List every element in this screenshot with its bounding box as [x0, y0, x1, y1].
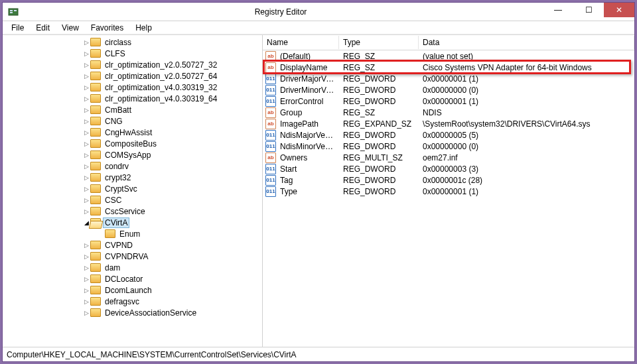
registry-value-row[interactable]: 011ErrorControlREG_DWORD0x00000001 (1) — [263, 95, 634, 107]
registry-value-row[interactable]: 011StartREG_DWORD0x00000003 (3) — [263, 163, 634, 174]
tree-item[interactable]: ▷condrv — [4, 160, 261, 172]
window-controls: — ☐ ✕ — [543, 3, 634, 21]
column-data[interactable]: Data — [419, 36, 634, 49]
expand-icon[interactable]: ▷ — [82, 298, 90, 305]
tree-item[interactable]: ▷clr_optimization_v2.0.50727_64 — [4, 70, 261, 82]
tree-item[interactable]: Enum — [4, 228, 261, 239]
tree-item[interactable]: ▷CompositeBus — [4, 138, 261, 149]
tree-item[interactable]: ▷DCLocator — [4, 273, 261, 284]
menu-view[interactable]: View — [57, 22, 84, 34]
registry-value-row[interactable]: 011DriverMajorVersi...REG_DWORD0x0000000… — [263, 73, 634, 84]
tree-item[interactable]: ◢CVirtA — [4, 217, 261, 228]
tree-item[interactable]: ▷CngHwAssist — [4, 127, 261, 138]
expand-icon[interactable]: ▷ — [82, 39, 90, 46]
value-type: REG_DWORD — [339, 86, 419, 95]
tree-item[interactable]: ▷clr_optimization_v2.0.50727_32 — [4, 59, 261, 70]
tree-item[interactable]: ▷crypt32 — [4, 172, 261, 183]
value-type: REG_DWORD — [339, 74, 419, 84]
string-value-icon: ab — [265, 152, 276, 163]
registry-value-row[interactable]: 011TagREG_DWORD0x0000001c (28) — [263, 174, 634, 186]
expand-icon[interactable]: ▷ — [82, 163, 90, 170]
tree-item[interactable]: ▷CmBatt — [4, 104, 261, 115]
registry-value-row[interactable]: ab(Default)REG_SZ(value not set) — [263, 50, 634, 62]
tree-item[interactable]: ▷CNG — [4, 115, 261, 127]
expand-icon[interactable]: ▷ — [82, 197, 90, 204]
folder-icon — [90, 117, 101, 125]
tree-item[interactable]: ▷clr_optimization_v4.0.30319_32 — [4, 82, 261, 93]
menu-favorites[interactable]: Favorites — [86, 22, 128, 34]
folder-icon — [90, 139, 101, 148]
minimize-button[interactable]: — — [543, 3, 573, 17]
value-data: 0x00000001 (1) — [419, 187, 634, 196]
tree-label: CVPNDRVA — [103, 252, 151, 261]
expand-icon[interactable]: ▷ — [82, 73, 90, 80]
tree-pane[interactable]: ▷circlass▷CLFS▷clr_optimization_v2.0.507… — [3, 35, 263, 347]
close-button[interactable]: ✕ — [604, 3, 634, 17]
value-data: NDIS — [419, 108, 634, 117]
list-pane[interactable]: Name Type Data ab(Default)REG_SZ(value n… — [263, 35, 634, 347]
tree-item[interactable]: ▷CVPNDRVA — [4, 251, 261, 262]
expand-icon[interactable]: ▷ — [82, 276, 90, 282]
expand-icon[interactable]: ▷ — [82, 287, 90, 294]
tree-item[interactable]: ▷DcomLaunch — [4, 284, 261, 296]
expand-icon[interactable]: ▷ — [82, 265, 90, 271]
registry-value-row[interactable]: abImagePathREG_EXPAND_SZ\SystemRoot\syst… — [263, 118, 634, 129]
tree-item[interactable]: ▷CscService — [4, 206, 261, 217]
menu-edit[interactable]: Edit — [31, 22, 54, 34]
tree-label: Enum — [117, 229, 142, 239]
tree-item[interactable]: ▷CryptSvc — [4, 183, 261, 194]
expand-icon[interactable]: ▷ — [82, 84, 90, 91]
folder-icon — [90, 49, 101, 58]
expand-icon[interactable]: ▷ — [82, 174, 90, 181]
value-type: REG_EXPAND_SZ — [339, 119, 419, 129]
expand-icon[interactable]: ▷ — [82, 253, 90, 260]
tree-item[interactable]: ▷circlass — [4, 36, 261, 48]
expand-icon[interactable]: ▷ — [82, 152, 90, 158]
string-value-icon: ab — [265, 51, 276, 62]
column-name[interactable]: Name — [263, 36, 339, 49]
expand-icon[interactable]: ▷ — [82, 310, 90, 316]
tree-item[interactable]: ▷COMSysApp — [4, 149, 261, 160]
titlebar[interactable]: Registry Editor — ☐ ✕ — [3, 3, 634, 21]
tree-item[interactable]: ▷DeviceAssociationService — [4, 307, 261, 318]
maximize-button[interactable]: ☐ — [573, 3, 604, 17]
registry-value-row[interactable]: abGroupREG_SZNDIS — [263, 107, 634, 118]
tree-label: clr_optimization_v4.0.30319_32 — [103, 83, 219, 92]
expand-icon[interactable]: ▷ — [82, 95, 90, 102]
value-data: 0x00000001 (1) — [419, 74, 634, 84]
expand-icon[interactable]: ▷ — [82, 208, 90, 215]
tree-item[interactable]: ▷CSC — [4, 194, 261, 206]
menu-file[interactable]: File — [7, 22, 29, 34]
expand-icon[interactable]: ▷ — [82, 129, 90, 136]
tree-item[interactable]: ▷clr_optimization_v4.0.30319_64 — [4, 93, 261, 104]
statusbar-path: Computer\HKEY_LOCAL_MACHINE\SYSTEM\Curre… — [7, 350, 297, 359]
registry-value-row[interactable]: abDisplayNameREG_SZCisco Systems VPN Ada… — [263, 62, 634, 73]
tree-item[interactable]: ▷CLFS — [4, 48, 261, 59]
tree-item[interactable]: ▷CVPND — [4, 239, 261, 251]
expand-icon[interactable]: ▷ — [82, 242, 90, 249]
tree-label: CscService — [103, 207, 147, 216]
value-type: REG_DWORD — [339, 187, 419, 196]
value-type: REG_SZ — [339, 63, 419, 72]
expand-icon[interactable]: ▷ — [82, 50, 90, 57]
tree-item[interactable]: ▷defragsvc — [4, 296, 261, 307]
registry-value-row[interactable]: 011TypeREG_DWORD0x00000001 (1) — [263, 186, 634, 197]
tree-label: dam — [103, 263, 122, 273]
registry-value-row[interactable]: abOwnersREG_MULTI_SZoem27.inf — [263, 152, 634, 163]
expand-icon[interactable]: ▷ — [82, 118, 90, 125]
folder-icon — [90, 196, 101, 204]
expand-icon[interactable]: ▷ — [82, 107, 90, 113]
registry-value-row[interactable]: 011NdisMinorVersionREG_DWORD0x00000000 (… — [263, 141, 634, 152]
menu-help[interactable]: Help — [131, 22, 157, 34]
registry-value-row[interactable]: 011DriverMinorVers...REG_DWORD0x00000000… — [263, 84, 634, 95]
value-name: DisplayName — [276, 63, 339, 72]
tree-label: condrv — [103, 162, 131, 171]
expand-icon[interactable]: ▷ — [82, 186, 90, 192]
column-type[interactable]: Type — [339, 36, 419, 49]
tree-item[interactable]: ▷dam — [4, 262, 261, 273]
folder-icon — [90, 184, 101, 193]
tree-label: CompositeBus — [103, 139, 159, 149]
expand-icon[interactable]: ▷ — [82, 62, 90, 68]
expand-icon[interactable]: ▷ — [82, 141, 90, 147]
registry-value-row[interactable]: 011NdisMajorVersionREG_DWORD0x00000005 (… — [263, 129, 634, 141]
